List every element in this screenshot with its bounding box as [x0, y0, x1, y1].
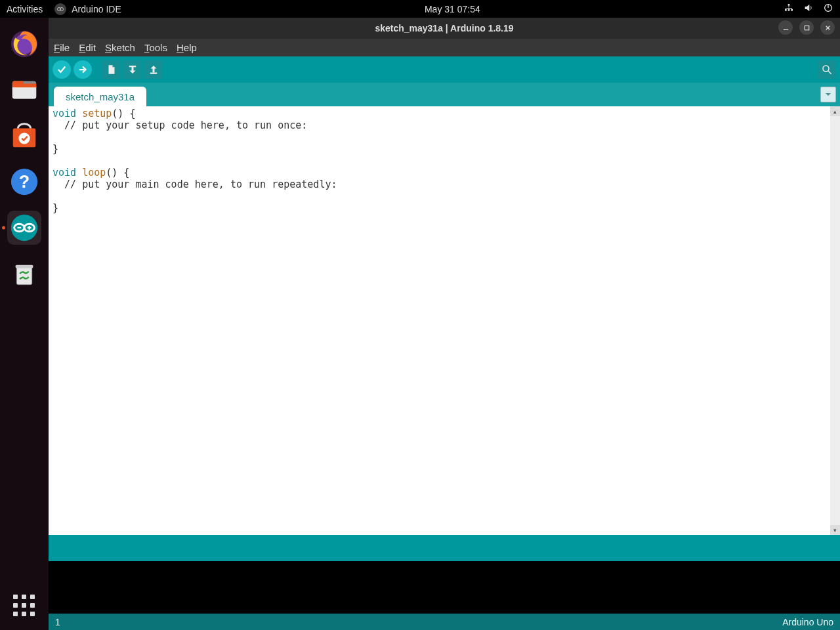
svg-rect-28 [805, 26, 808, 30]
tab-menu-dropdown[interactable] [820, 87, 836, 102]
dock-arduino[interactable] [7, 211, 41, 245]
power-icon[interactable] [823, 3, 833, 15]
window-close-button[interactable] [820, 20, 835, 35]
activities-button[interactable]: Activities [7, 4, 43, 14]
svg-rect-2 [788, 4, 790, 6]
tab-strip: sketch_may31a [49, 83, 840, 106]
arduino-window: sketch_may31a | Arduino 1.8.19 File Edit… [49, 18, 840, 630]
open-button[interactable] [123, 60, 142, 79]
editor-scrollbar[interactable]: ▴ ▾ [830, 106, 840, 535]
arduino-toolbar [49, 56, 840, 83]
volume-icon[interactable] [803, 3, 814, 15]
svg-rect-26 [16, 265, 33, 268]
window-title: sketch_may31a | Arduino 1.8.19 [375, 23, 513, 33]
app-name-label: Arduino IDE [72, 4, 121, 14]
svg-point-31 [823, 66, 829, 72]
serial-monitor-button[interactable] [818, 60, 836, 79]
gnome-topbar: Activities Arduino IDE May 31 07:54 [0, 0, 840, 18]
dock-firefox[interactable] [7, 27, 41, 61]
editor-area: void setup() { // put your setup code he… [49, 106, 840, 535]
app-menu[interactable]: Arduino IDE [54, 3, 121, 15]
dock-trash[interactable] [7, 257, 41, 291]
dock-show-apps[interactable] [0, 595, 49, 617]
network-icon[interactable] [784, 3, 794, 15]
output-console[interactable] [49, 561, 840, 614]
line-number: 1 [55, 617, 60, 627]
ubuntu-dock: ? [0, 18, 49, 630]
svg-point-15 [18, 133, 30, 144]
dock-files[interactable] [7, 73, 41, 107]
code-editor[interactable]: void setup() { // put your setup code he… [49, 106, 830, 535]
window-maximize-button[interactable] [799, 20, 814, 35]
menu-tools[interactable]: Tools [144, 42, 167, 53]
arduino-app-icon [54, 3, 66, 15]
status-strip [49, 535, 840, 561]
svg-rect-5 [791, 9, 793, 11]
svg-text:?: ? [19, 172, 30, 192]
tab-sketch[interactable]: sketch_may31a [54, 87, 146, 106]
new-button[interactable] [102, 60, 121, 79]
topbar-clock[interactable]: May 31 07:54 [425, 4, 480, 14]
board-label: Arduino Uno [782, 617, 833, 627]
footer-bar: 1 Arduino Uno [49, 614, 840, 630]
verify-button[interactable] [52, 60, 71, 79]
menu-edit[interactable]: Edit [79, 42, 96, 53]
upload-button[interactable] [74, 60, 92, 79]
save-button[interactable] [144, 60, 163, 79]
menu-sketch[interactable]: Sketch [105, 42, 135, 53]
svg-rect-4 [788, 9, 790, 11]
svg-rect-25 [16, 267, 32, 285]
dock-help[interactable]: ? [7, 165, 41, 199]
dock-software[interactable] [7, 119, 41, 153]
svg-rect-29 [129, 66, 136, 67]
svg-line-32 [828, 71, 831, 74]
menu-file[interactable]: File [54, 42, 70, 53]
svg-rect-30 [150, 73, 158, 74]
scroll-up-icon[interactable]: ▴ [830, 106, 840, 116]
svg-rect-13 [12, 83, 36, 87]
scroll-down-icon[interactable]: ▾ [830, 525, 840, 535]
window-titlebar: sketch_may31a | Arduino 1.8.19 [49, 18, 840, 39]
window-minimize-button[interactable] [778, 20, 793, 35]
menubar: File Edit Sketch Tools Help [49, 39, 840, 56]
svg-rect-3 [785, 9, 787, 11]
menu-help[interactable]: Help [177, 42, 197, 53]
